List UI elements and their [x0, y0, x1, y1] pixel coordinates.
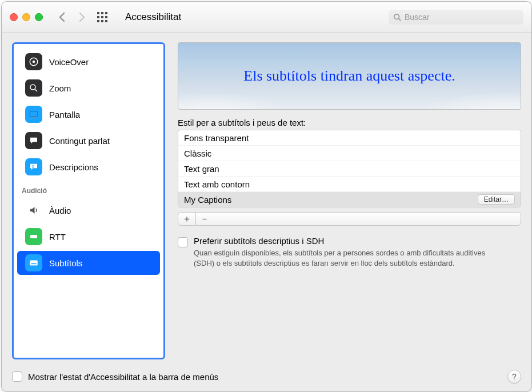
style-row-label: My Captions: [184, 195, 231, 205]
zoom-window-button[interactable]: [35, 13, 43, 21]
show-all-prefs-button[interactable]: [97, 11, 108, 23]
sidebar-item-rtt[interactable]: RTT: [17, 225, 160, 249]
captions-pane: Els subtítols tindran aquest aspecte. Es…: [178, 42, 521, 359]
split: VoiceOver Zoom Pantalla: [12, 42, 521, 359]
forward-button[interactable]: [77, 11, 86, 23]
window-title: Accessibilitat: [125, 11, 181, 23]
back-button[interactable]: [58, 11, 67, 23]
add-style-button[interactable]: ＋: [178, 213, 196, 225]
sidebar-item-label: Contingut parlat: [49, 136, 110, 146]
speaker-icon: [25, 202, 42, 219]
svg-rect-2: [105, 12, 107, 14]
styles-label: Estil per a subtítols i peus de text:: [178, 118, 521, 127]
traffic-lights: [10, 13, 43, 21]
sidebar-item-label: Subtítols: [49, 258, 82, 268]
svg-rect-4: [101, 16, 103, 18]
sidebar-item-display[interactable]: Pantalla: [17, 102, 160, 126]
sidebar-section-header: Audició: [14, 181, 163, 196]
svg-text:)): )): [32, 165, 34, 168]
footer: Mostrar l'estat d'Accessibilitat a la ba…: [12, 366, 521, 383]
captions-icon: [25, 254, 42, 271]
svg-rect-8: [105, 20, 107, 22]
close-window-button[interactable]: [10, 13, 18, 21]
svg-line-10: [399, 19, 401, 21]
rtt-icon: [25, 228, 42, 245]
svg-rect-6: [97, 20, 99, 22]
svg-rect-3: [97, 16, 99, 18]
svg-rect-5: [105, 16, 107, 18]
style-row-label: Clàssic: [184, 149, 211, 158]
prefer-sdh-checkbox[interactable]: [178, 237, 188, 247]
minimize-window-button[interactable]: [22, 13, 30, 21]
voiceover-icon: [25, 53, 42, 70]
caption-preview: Els subtítols tindran aquest aspecte.: [178, 42, 521, 110]
display-icon: [25, 106, 42, 123]
edit-style-button[interactable]: Editar…: [478, 194, 515, 205]
sidebar-item-captions[interactable]: Subtítols: [17, 251, 160, 275]
window: Accessibilitat Buscar VoiceOver: [1, 1, 532, 392]
style-row[interactable]: My Captions Editar…: [178, 192, 521, 207]
svg-point-9: [394, 14, 399, 19]
help-button[interactable]: ?: [507, 370, 521, 383]
svg-rect-1: [101, 12, 103, 14]
sidebar-item-label: RTT: [49, 232, 66, 242]
search-field[interactable]: Buscar: [389, 10, 523, 25]
sidebar-item-spoken-content[interactable]: Contingut parlat: [17, 129, 160, 153]
sidebar-item-zoom[interactable]: Zoom: [17, 76, 160, 100]
sidebar-item-descriptions[interactable]: )) Descripcions: [17, 155, 160, 179]
svg-rect-18: [30, 235, 37, 238]
prefer-sdh-label: Preferir subtítols descriptius i SDH: [194, 236, 491, 246]
toolbar: Accessibilitat Buscar: [2, 2, 531, 33]
body: VoiceOver Zoom Pantalla: [2, 33, 531, 391]
svg-line-14: [35, 89, 37, 91]
svg-point-13: [30, 85, 35, 90]
style-row[interactable]: Clàssic: [178, 146, 521, 161]
show-in-menubar-label: Mostrar l'estat d'Accessibilitat a la ba…: [28, 372, 218, 382]
show-in-menubar-checkbox[interactable]: [12, 371, 22, 382]
caption-preview-text: Els subtítols tindran aquest aspecte.: [243, 67, 455, 85]
sidebar-item-label: Àudio: [49, 206, 71, 215]
search-placeholder: Buscar: [405, 13, 519, 22]
svg-rect-19: [30, 261, 38, 266]
prefer-sdh-description: Quan estiguin disponibles, els subtítols…: [194, 248, 491, 268]
sidebar-item-label: Pantalla: [49, 110, 80, 119]
sidebar: VoiceOver Zoom Pantalla: [12, 42, 165, 359]
sidebar-item-label: Descripcions: [49, 162, 98, 172]
style-row-label: Fons transparent: [184, 133, 249, 143]
prefer-sdh-option: Preferir subtítols descriptius i SDH Qua…: [178, 236, 521, 268]
svg-rect-15: [30, 111, 38, 117]
add-remove-group: ＋ －: [178, 212, 521, 226]
zoom-icon: [25, 79, 42, 97]
sidebar-item-label: Zoom: [49, 83, 71, 93]
descriptions-icon: )): [25, 158, 42, 175]
sidebar-item-label: VoiceOver: [49, 57, 89, 67]
sidebar-item-voiceover[interactable]: VoiceOver: [17, 50, 160, 74]
svg-rect-7: [101, 20, 103, 22]
svg-rect-20: [31, 263, 37, 265]
sidebar-item-audio[interactable]: Àudio: [17, 198, 160, 222]
speech-bubble-icon: [25, 132, 42, 149]
style-row-label: Text gran: [184, 164, 219, 174]
svg-rect-0: [97, 12, 99, 14]
nav-group: [58, 11, 86, 23]
svg-rect-16: [33, 117, 35, 118]
svg-point-12: [33, 61, 35, 63]
caption-style-list: Fons transparent Clàssic Text gran Text …: [178, 130, 521, 207]
remove-style-button[interactable]: －: [196, 213, 213, 225]
style-row[interactable]: Text amb contorn: [178, 177, 521, 192]
style-row-label: Text amb contorn: [184, 179, 250, 189]
style-row[interactable]: Fons transparent: [178, 130, 521, 146]
style-row[interactable]: Text gran: [178, 161, 521, 177]
